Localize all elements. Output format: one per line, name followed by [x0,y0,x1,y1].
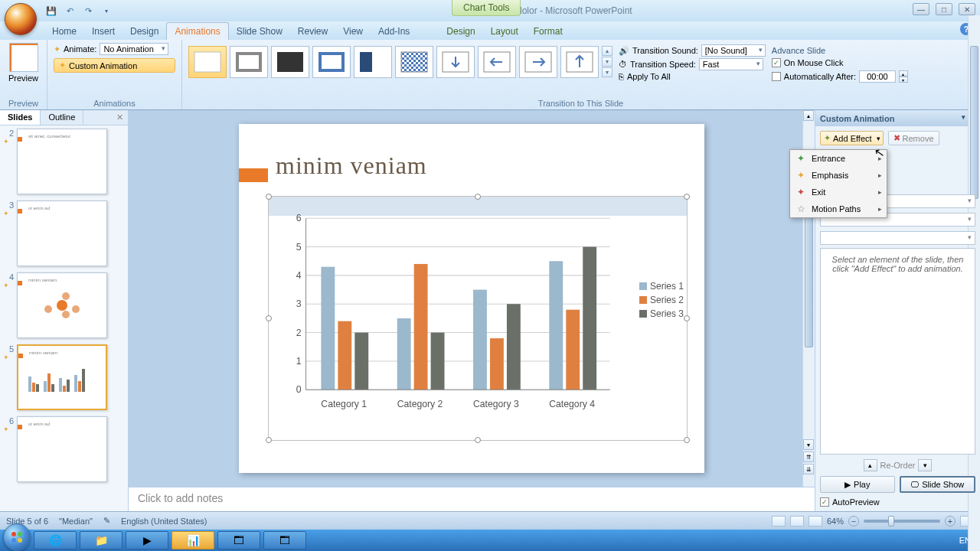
svg-rect-27 [82,369,85,392]
tab-chart-design[interactable]: Design [439,23,482,40]
tab-addins[interactable]: Add-Ins [371,23,417,40]
chart-object[interactable]: 0123456Category 1Category 2Category 3Cat… [268,196,688,441]
normal-view-button[interactable] [772,516,786,527]
slide-thumb-5[interactable]: 5✦minim veniam [3,344,125,410]
taskbar-powerpoint[interactable]: 📊 [172,531,214,549]
gallery-scroll-up[interactable]: ▴ [602,46,612,56]
preview-group-label: Preview [6,97,41,108]
transition-reveal-up[interactable] [560,46,599,78]
svg-rect-50 [473,290,487,390]
transition-none[interactable] [188,46,227,78]
prev-slide-icon[interactable]: ⇈ [803,452,814,462]
taskbar-ie[interactable]: 🌐 [34,531,77,549]
sorter-view-button[interactable] [790,516,804,527]
tab-view[interactable]: View [335,23,371,40]
tab-insert[interactable]: Insert [84,23,122,40]
menu-motion-paths[interactable]: ☆Motion Paths [790,201,887,217]
auto-after-checkbox[interactable] [772,72,781,81]
time-spin-down[interactable]: ▾ [899,77,908,83]
transition-split[interactable] [395,46,433,78]
transition-reveal-right[interactable] [519,46,557,78]
taskbar-app2[interactable]: 🗔 [263,531,306,549]
menu-emphasis[interactable]: ✦Emphasis [790,167,887,184]
scroll-up-icon[interactable]: ▴ [803,110,814,121]
taskbar-app1[interactable]: 🗔 [217,531,260,549]
svg-point-61 [18,532,22,536]
zoom-slider[interactable] [864,520,940,523]
reorder-down-button[interactable]: ▾ [918,459,932,471]
slide-thumb-3[interactable]: 3✦ut enim ad [3,201,125,266]
reorder-up-button[interactable]: ▴ [864,459,877,471]
tab-animations[interactable]: Animations [166,22,228,40]
taskbar-explorer[interactable]: 📁 [80,531,122,549]
transition-speed-select[interactable]: Fast [699,58,763,70]
play-button[interactable]: ▶Play [820,476,895,493]
slide-title[interactable]: minim veniam [276,152,427,180]
slide-thumb-6[interactable]: 6✦ut enim ad [3,416,125,482]
zoom-in-button[interactable]: + [945,516,956,527]
slideshow-view-button[interactable] [808,516,822,527]
add-effect-button[interactable]: ✦ Add Effect [820,131,884,145]
slide-thumb-4[interactable]: 4✦minim veniam [3,272,125,338]
transition-cut[interactable] [230,46,268,78]
zoom-out-button[interactable]: − [848,516,859,527]
tab-chart-format[interactable]: Format [526,23,570,40]
add-effect-star-icon: ✦ [824,133,831,143]
spellcheck-icon[interactable]: ✎ [103,516,110,526]
custom-animation-button[interactable]: ✦ Custom Animation [54,58,175,73]
next-slide-icon[interactable]: ⇊ [803,464,814,474]
maximize-button[interactable]: □ [936,3,952,15]
svg-rect-54 [549,261,563,390]
office-button[interactable] [5,3,37,35]
apply-to-all-button[interactable]: ⎘Apply To All [619,72,766,81]
close-button[interactable]: ✕ [959,3,975,15]
menu-entrance[interactable]: ✦Entrance [790,150,887,167]
transition-wipe[interactable] [354,46,392,78]
svg-rect-43 [338,321,351,390]
slideshow-button[interactable]: 🖵Slide Show [900,476,976,493]
gallery-expand[interactable]: ▾ [602,67,612,77]
autopreview-checkbox[interactable]: ✓ [820,497,829,507]
remove-effect-button[interactable]: ✖ Remove [888,131,939,145]
tab-chart-layout[interactable]: Layout [483,23,526,40]
gallery-scroll-down[interactable]: ▾ [602,57,612,67]
taskbar-media[interactable]: ▶ [126,531,168,549]
transition-reveal-down[interactable] [436,46,475,78]
modify-speed-select[interactable] [820,231,975,245]
transition-reveal-left[interactable] [478,46,516,78]
save-icon[interactable]: 💾 [44,4,58,18]
scroll-down-icon[interactable]: ▾ [803,439,814,450]
status-language[interactable]: English (United States) [121,517,207,526]
notes-pane[interactable]: Click to add notes [129,487,815,511]
slide-canvas[interactable]: minim veniam 0123456Category 1Category 2… [239,124,704,473]
slides-tab[interactable]: Slides [0,110,41,125]
slide-thumb-2[interactable]: 2✦sit amet, consectetur [3,129,125,194]
animate-dropdown[interactable]: No Animation [100,43,168,55]
transition-push[interactable] [312,46,351,78]
svg-rect-55 [566,310,580,390]
tab-home[interactable]: Home [44,23,84,40]
tab-review[interactable]: Review [290,23,335,40]
minimize-button[interactable]: — [913,3,929,15]
sound-icon: 🔊 [619,46,629,56]
svg-rect-24 [67,380,70,392]
on-mouse-click-checkbox[interactable]: ✓ [772,58,781,67]
anim-pane-dropdown-icon[interactable]: ▾ [962,113,965,123]
qat-dropdown-icon[interactable]: ▾ [100,4,113,18]
undo-icon[interactable]: ↶ [63,4,77,18]
transition-fade[interactable] [271,46,309,78]
menu-exit[interactable]: ✦Exit [790,184,887,201]
redo-icon[interactable]: ↷ [81,4,95,18]
svg-rect-17 [32,383,35,392]
tab-slideshow[interactable]: Slide Show [229,23,290,40]
start-button[interactable] [3,523,31,551]
outline-tab[interactable]: Outline [41,110,83,125]
auto-after-time[interactable]: 00:00 [859,70,896,83]
transition-gallery[interactable]: ▴ ▾ ▾ [188,43,612,81]
transition-sound-select[interactable]: [No Sound] [701,44,766,57]
slides-panel-close[interactable]: ✕ [112,110,128,125]
time-spin-up[interactable]: ▴ [899,70,908,77]
tab-design[interactable]: Design [122,23,166,40]
preview-button[interactable]: Preview [6,43,41,83]
svg-text:5: 5 [296,242,302,253]
